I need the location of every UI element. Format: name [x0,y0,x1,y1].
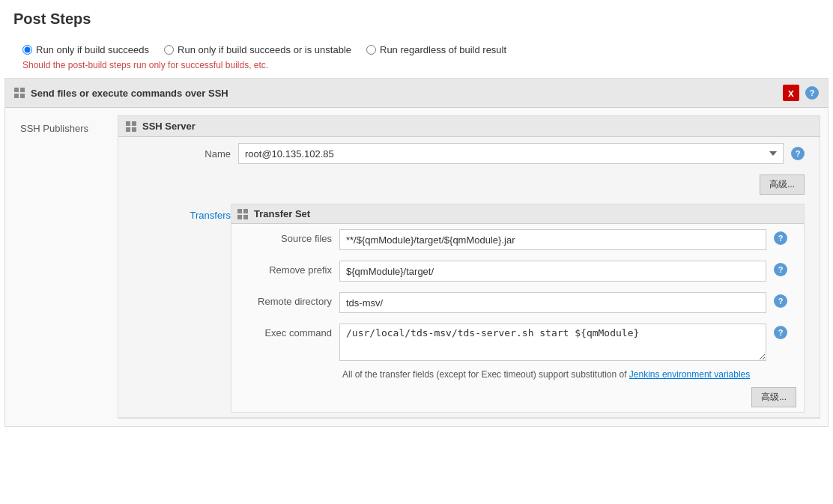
transfers-label: Transfers [133,204,231,221]
page-container: Post Steps Run only if build succeeds Ru… [0,0,833,504]
transfer-set-header: Transfer Set [231,204,804,224]
svg-rect-4 [126,121,130,126]
radio-input-3[interactable] [366,45,376,55]
remote-directory-input[interactable] [339,292,766,313]
grid-icon [14,88,25,98]
section-body: SSH Publishers SSH [5,108,828,426]
radio-option-1[interactable]: Run only if build succeeds [22,44,149,55]
section-header-left: Send files or execute commands over SSH [14,88,228,99]
radio-options-row: Run only if build succeeds Run only if b… [0,35,833,58]
exec-command-help-icon[interactable]: ? [774,326,787,339]
close-button[interactable]: x [783,85,799,101]
exec-command-label: Exec command [242,324,332,338]
advanced-btn-row-bottom: 高级... [231,384,804,412]
advanced-button-bottom[interactable]: 高级... [751,387,796,407]
svg-rect-6 [126,127,130,132]
remote-directory-label: Remote directory [242,292,332,307]
svg-rect-1 [20,88,25,92]
ssh-server-title: SSH Server [142,121,196,132]
page-title: Post Steps [13,10,820,28]
svg-rect-9 [243,209,248,213]
radio-label-3: Run regardless of build result [380,44,506,55]
radio-help-text: Should the post-build steps run only for… [0,58,833,78]
name-label: Name [133,148,231,160]
transfer-set-grid-icon [237,209,248,219]
ssh-publishers-label: SSH Publishers [5,115,118,419]
svg-rect-3 [20,94,25,98]
radio-label-1: Run only if build succeeds [36,44,149,55]
jenkins-env-link[interactable]: Jenkins environment variables [629,369,750,380]
section-header: Send files or execute commands over SSH … [5,79,828,108]
name-row: Name root@10.135.102.85 ? [118,137,820,170]
radio-input-2[interactable] [164,45,174,55]
advanced-btn-row-top: 高级... [118,170,820,199]
radio-input-1[interactable] [22,45,32,55]
remove-prefix-input[interactable] [339,261,766,282]
page-header: Post Steps [0,0,833,35]
source-files-input[interactable] [339,229,766,250]
svg-rect-8 [237,209,242,213]
note-text-main: All of the transfer fields (except for E… [342,369,629,380]
remote-directory-row: Remote directory ? [231,287,804,318]
remove-prefix-row: Remove prefix ? [231,255,804,287]
name-help-icon[interactable]: ? [791,147,805,160]
note-text: All of the transfer fields (except for E… [231,366,804,384]
advanced-button-top[interactable]: 高级... [760,174,805,195]
exec-command-textarea[interactable]: /usr/local/tds-msv/tds-server.sh start $… [339,324,766,361]
ssh-server-section: SSH Server Name root@10.135.102.85 ? 高级.… [118,116,820,418]
svg-rect-7 [132,127,136,132]
svg-rect-10 [237,215,242,219]
send-files-section: Send files or execute commands over SSH … [4,78,829,427]
svg-rect-11 [243,215,248,219]
transfer-set-title: Transfer Set [254,208,310,219]
ssh-server-header: SSH Server [118,116,820,137]
section-help-icon[interactable]: ? [805,86,819,100]
ssh-server-grid-icon [126,121,136,132]
exec-command-row: Exec command /usr/local/tds-msv/tds-serv… [231,318,804,366]
remote-directory-help-icon[interactable]: ? [774,294,787,308]
radio-label-2: Run only if build succeeds or is unstabl… [178,44,351,55]
name-select[interactable]: root@10.135.102.85 [238,143,784,164]
remove-prefix-help-icon[interactable]: ? [774,263,787,276]
svg-rect-2 [14,94,19,98]
remove-prefix-label: Remove prefix [242,261,332,276]
source-files-help-icon[interactable]: ? [774,231,787,245]
source-files-row: Source files ? [231,224,804,255]
svg-rect-5 [132,121,136,126]
radio-option-3[interactable]: Run regardless of build result [366,44,506,55]
source-files-label: Source files [242,229,332,244]
ssh-publishers-content: SSH Server Name root@10.135.102.85 ? 高级.… [118,115,820,419]
svg-rect-0 [14,88,19,92]
section-title: Send files or execute commands over SSH [31,88,228,99]
transfer-set-block: Transfer Set Source files ? [231,204,805,413]
radio-option-2[interactable]: Run only if build succeeds or is unstabl… [164,44,351,55]
transfers-row: Transfers [118,199,820,417]
